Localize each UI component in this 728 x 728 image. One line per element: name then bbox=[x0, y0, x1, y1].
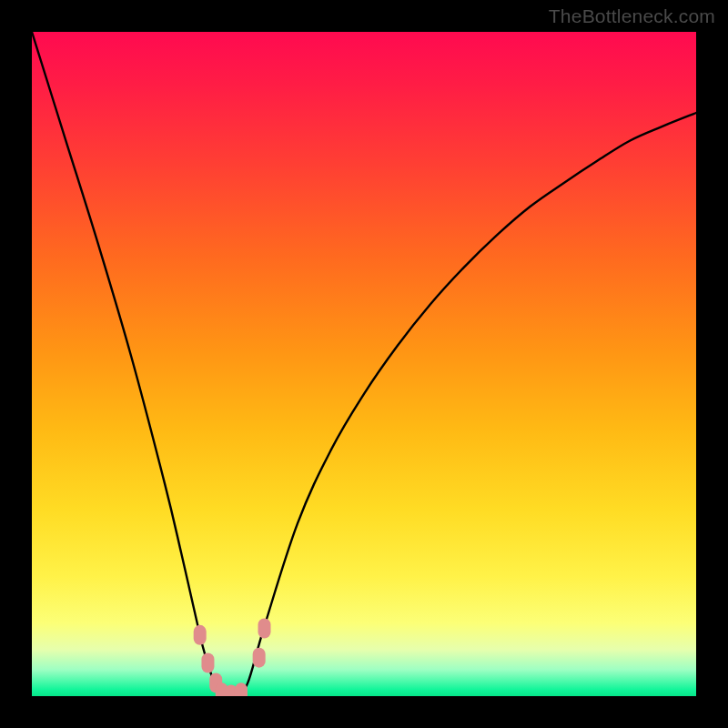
marker-dot bbox=[258, 619, 271, 639]
marker-dot bbox=[201, 653, 214, 673]
watermark-text: TheBottleneck.com bbox=[549, 5, 715, 27]
marker-dot bbox=[235, 682, 248, 696]
bottleneck-plot bbox=[32, 32, 696, 696]
marker-dot bbox=[253, 648, 266, 668]
marker-layer bbox=[32, 32, 696, 696]
marker-group bbox=[194, 619, 271, 696]
marker-dot bbox=[194, 625, 207, 645]
